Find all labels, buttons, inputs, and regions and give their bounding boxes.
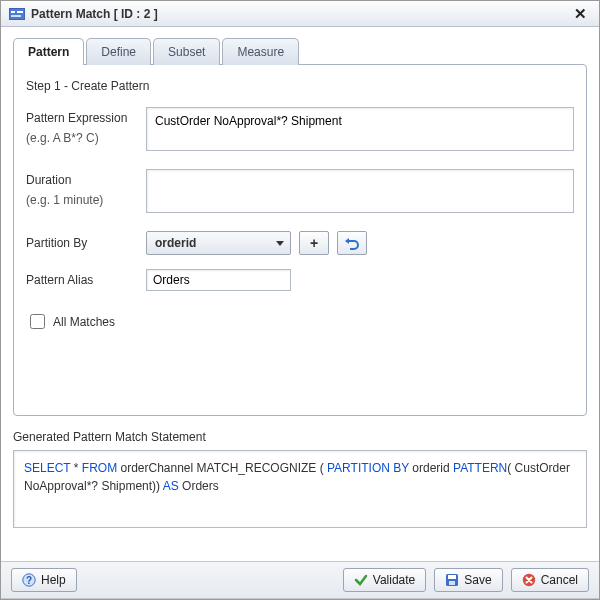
svg-rect-2	[17, 11, 23, 13]
svg-rect-8	[449, 581, 455, 585]
undo-button[interactable]	[337, 231, 367, 255]
svg-rect-7	[448, 575, 456, 579]
row-duration: Duration (e.g. 1 minute)	[26, 169, 574, 213]
step-heading: Step 1 - Create Pattern	[26, 79, 574, 93]
button-bar: ? Help Validate Save Cancel	[1, 561, 599, 599]
save-button[interactable]: Save	[434, 568, 502, 592]
titlebar: Pattern Match [ ID : 2 ] ✕	[1, 1, 599, 27]
svg-rect-0	[9, 8, 25, 20]
label-pattern-alias: Pattern Alias	[26, 273, 146, 287]
tab-strip: Pattern Define Subset Measure	[13, 37, 587, 64]
svg-rect-3	[11, 15, 21, 17]
label-partition-by: Partition By	[26, 236, 146, 250]
svg-rect-1	[11, 11, 15, 13]
chevron-down-icon	[276, 241, 284, 246]
dropdown-partition-by[interactable]: orderid	[146, 231, 291, 255]
tab-pattern[interactable]: Pattern	[13, 38, 84, 65]
cancel-icon	[522, 573, 536, 587]
svg-text:?: ?	[26, 575, 32, 586]
input-pattern-expression[interactable]	[146, 107, 574, 151]
plus-icon: +	[310, 235, 318, 251]
help-button[interactable]: ? Help	[11, 568, 77, 592]
undo-icon	[344, 236, 360, 250]
label-all-matches: All Matches	[53, 315, 115, 329]
input-pattern-alias[interactable]	[146, 269, 291, 291]
row-pattern-alias: Pattern Alias	[26, 269, 574, 291]
dialog-title: Pattern Match [ ID : 2 ]	[31, 7, 570, 21]
hint-pattern-expression: (e.g. A B*? C)	[26, 131, 146, 145]
input-duration[interactable]	[146, 169, 574, 213]
validate-button[interactable]: Validate	[343, 568, 426, 592]
dialog-content: Pattern Define Subset Measure Step 1 - C…	[1, 27, 599, 561]
save-icon	[445, 573, 459, 587]
pattern-match-dialog: Pattern Match [ ID : 2 ] ✕ Pattern Defin…	[0, 0, 600, 600]
check-icon	[354, 573, 368, 587]
generated-statement-box: SELECT * FROM orderChannel MATCH_RECOGNI…	[13, 450, 587, 528]
add-partition-button[interactable]: +	[299, 231, 329, 255]
app-icon	[9, 7, 25, 21]
help-icon: ?	[22, 573, 36, 587]
tab-measure[interactable]: Measure	[222, 38, 299, 65]
cancel-button[interactable]: Cancel	[511, 568, 589, 592]
label-pattern-expression: Pattern Expression	[26, 111, 146, 125]
hint-duration: (e.g. 1 minute)	[26, 193, 146, 207]
close-icon[interactable]: ✕	[570, 5, 591, 23]
tab-panel-pattern: Step 1 - Create Pattern Pattern Expressi…	[13, 64, 587, 416]
tab-define[interactable]: Define	[86, 38, 151, 65]
label-duration: Duration	[26, 173, 146, 187]
label-generated-statement: Generated Pattern Match Statement	[13, 430, 587, 444]
row-pattern-expression: Pattern Expression (e.g. A B*? C)	[26, 107, 574, 151]
tab-subset[interactable]: Subset	[153, 38, 220, 65]
checkbox-all-matches[interactable]	[30, 314, 45, 329]
row-all-matches: All Matches	[26, 311, 574, 332]
dropdown-partition-by-value: orderid	[155, 236, 276, 250]
row-partition-by: Partition By orderid +	[26, 231, 574, 255]
